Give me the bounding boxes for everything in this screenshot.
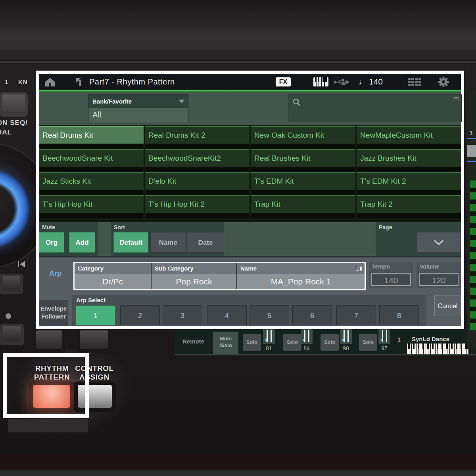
kit-cell[interactable]: D'elo Kit bbox=[145, 172, 250, 190]
piano-keyboard-graphic bbox=[407, 344, 469, 354]
home-icon[interactable] bbox=[44, 77, 56, 87]
kit-list: Real Drums Kit Real Drums Kit 2 New Oak … bbox=[39, 125, 461, 222]
arp-tab[interactable]: Arp bbox=[49, 269, 61, 278]
arp-select-slot-2[interactable]: 2 bbox=[120, 305, 160, 325]
kit-mute-bar bbox=[146, 213, 249, 218]
usb-icon bbox=[334, 79, 349, 85]
arp-select-slot-6[interactable]: 6 bbox=[292, 305, 332, 325]
page-label: Page bbox=[379, 224, 392, 230]
kit-mute-bar bbox=[146, 190, 249, 195]
list-control-bar: Mute Org Add Sort Default Name Date Page bbox=[39, 222, 461, 256]
panel-led bbox=[6, 313, 11, 319]
panel-highlight-band bbox=[8, 419, 88, 432]
fader-value: 84 bbox=[301, 345, 313, 351]
arp-name-group[interactable]: Category Dr/Pc Sub Category Pop Rock Nam… bbox=[73, 262, 366, 290]
kit-cell[interactable]: Trap Kit 2 bbox=[357, 195, 461, 213]
kit-cell[interactable]: Trap Kit bbox=[251, 195, 355, 213]
callout-frame bbox=[3, 353, 89, 418]
name-label: Name bbox=[237, 263, 365, 274]
panel-edge-highlight bbox=[0, 60, 476, 63]
search-field[interactable]: [T] bbox=[288, 94, 462, 122]
sort-date-button[interactable]: Date bbox=[187, 232, 224, 253]
mute-org-button[interactable]: Org bbox=[39, 232, 64, 253]
transport-button bbox=[0, 324, 24, 345]
remote-label: Remote bbox=[182, 338, 204, 345]
part-number: 1 bbox=[470, 130, 472, 136]
kit-cell[interactable]: T's Hip Hop Kit bbox=[39, 195, 144, 213]
kit-cell[interactable]: Jazz Brushes Kit bbox=[357, 149, 461, 167]
solo-button: Solo bbox=[359, 334, 377, 351]
arp-select-slot-5[interactable]: 5 bbox=[250, 305, 289, 325]
bank-favorite-value: All bbox=[88, 108, 188, 122]
mute-solo-switch: Mute /Solo bbox=[213, 332, 238, 354]
title-bar: Part7 - Rhythm Pattern FX ♩ 140 bbox=[39, 74, 461, 90]
arp-select-slot-7[interactable]: 7 bbox=[336, 305, 376, 325]
kit-cell[interactable]: Jazz Sticks Kit bbox=[39, 172, 144, 190]
bank-favorite-header: Bank/Favorite bbox=[88, 95, 188, 108]
arp-name-column[interactable]: Name MA_Pop Rock 1 bbox=[237, 263, 365, 289]
keyboard-icon[interactable] bbox=[313, 77, 328, 86]
kit-cell[interactable]: BeechwoodSnare Kit bbox=[39, 149, 144, 167]
panel-label-motion-seq: ON SEQ/ bbox=[0, 119, 28, 127]
arp-select-panel: Arp Select 1 2 3 4 5 6 7 8 bbox=[72, 295, 426, 326]
mute-add-button[interactable]: Add bbox=[69, 232, 95, 253]
search-icon bbox=[292, 98, 301, 107]
arp-subcategory-column[interactable]: Sub Category Pop Rock bbox=[152, 263, 237, 289]
kit-cell[interactable]: Real Drums Kit 2 bbox=[145, 126, 250, 144]
solo-button: Solo bbox=[321, 334, 339, 351]
skip-to-start-icon bbox=[17, 260, 27, 268]
arp-select-slot-3[interactable]: 3 bbox=[163, 305, 202, 325]
page-title: Part7 - Rhythm Pattern bbox=[89, 74, 175, 90]
arp-select-slot-1[interactable]: 1 bbox=[76, 305, 115, 325]
list-item-fragment bbox=[467, 145, 476, 157]
arp-select-slot-8[interactable]: 8 bbox=[379, 305, 419, 325]
fx-badge[interactable]: FX bbox=[276, 77, 291, 86]
kit-mute-bar bbox=[251, 190, 355, 195]
arp-category-column[interactable]: Category Dr/Pc bbox=[75, 263, 152, 289]
green-grid-column bbox=[470, 180, 476, 331]
kit-cell[interactable]: New Oak Custom Kit bbox=[251, 126, 355, 144]
kit-cell[interactable]: T's Hip Hop Kit 2 bbox=[145, 195, 250, 213]
volume-field: Volume 120 bbox=[416, 262, 461, 288]
back-icon[interactable] bbox=[74, 77, 84, 87]
hardware-button bbox=[77, 328, 111, 353]
kit-mute-bar bbox=[357, 213, 461, 218]
sort-name-button[interactable]: Name bbox=[150, 232, 186, 253]
envelope-follower-tab[interactable]: Envelope Follower bbox=[39, 300, 68, 326]
mute-label: Mute bbox=[42, 224, 55, 230]
sort-default-button[interactable]: Default bbox=[113, 232, 148, 253]
cancel-button[interactable]: Cancel bbox=[434, 296, 461, 316]
kit-mute-bar bbox=[40, 144, 143, 149]
kit-cell[interactable]: Real Drums Kit bbox=[39, 126, 144, 144]
kit-cell[interactable]: T's EDM Kit bbox=[251, 172, 355, 190]
kit-mute-bar bbox=[251, 213, 355, 218]
category-value: Dr/Pc bbox=[75, 274, 151, 289]
tempo-display[interactable]: 140 bbox=[369, 74, 383, 90]
dropdown-triangle-icon bbox=[178, 100, 185, 104]
tempo-field: Tempo 140 bbox=[369, 262, 413, 288]
kit-cell[interactable]: Real Brushes Kit bbox=[251, 149, 355, 167]
grid-icon[interactable] bbox=[408, 78, 422, 86]
fader-value: 90 bbox=[340, 345, 352, 351]
background-screen-strip: Remote Mute /Solo Solo Solo Solo Solo 81… bbox=[175, 328, 476, 355]
page-dropdown-button[interactable] bbox=[416, 232, 461, 253]
volume-value[interactable]: 120 bbox=[419, 273, 459, 286]
quarter-note-icon: ♩ bbox=[359, 74, 367, 90]
chevron-down-icon bbox=[433, 239, 445, 246]
sort-group: Sort Default Name Date bbox=[111, 222, 224, 256]
hardware-button bbox=[0, 92, 28, 117]
kit-cell[interactable]: BeechwoodSnareKit2 bbox=[145, 149, 250, 167]
bank-favorite-dropdown[interactable]: Bank/Favorite All bbox=[88, 94, 188, 122]
mute-group: Mute Org Add bbox=[39, 222, 98, 256]
kit-mute-bar bbox=[357, 144, 461, 149]
part-number: 1 bbox=[397, 336, 401, 343]
background-footer-strip bbox=[0, 470, 476, 476]
tempo-value[interactable]: 140 bbox=[371, 273, 411, 286]
kit-cell[interactable]: T's EDM Kit 2 bbox=[357, 172, 461, 190]
kit-cell[interactable]: NewMapleCustom Kit bbox=[357, 126, 461, 144]
text-input-tag: [T] bbox=[453, 96, 459, 101]
kit-mute-bar bbox=[146, 167, 249, 172]
fader-widget bbox=[340, 328, 352, 344]
gear-icon[interactable] bbox=[438, 77, 449, 87]
arp-select-slot-4[interactable]: 4 bbox=[207, 305, 247, 325]
